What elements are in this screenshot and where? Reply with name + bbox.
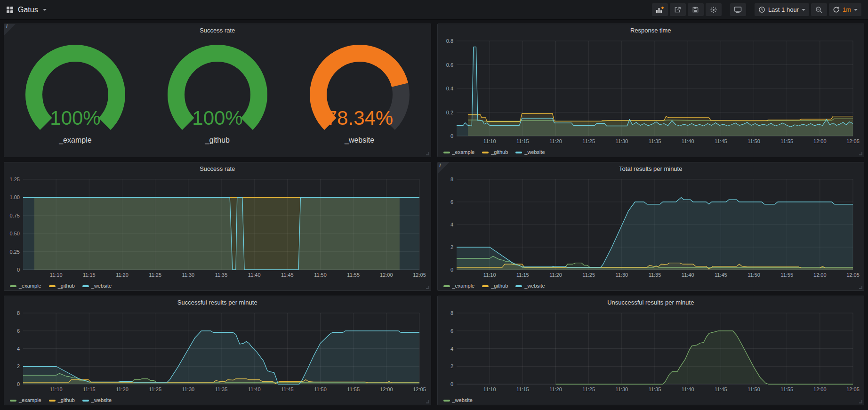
chart-legend: _website xyxy=(443,397,473,403)
legend-item[interactable]: _example xyxy=(443,149,475,155)
time-series-chart[interactable]: 0246811:1011:1511:2011:2511:3011:3511:40… xyxy=(441,176,860,278)
svg-text:11:50: 11:50 xyxy=(747,138,760,144)
chart-legend: _example_github_website xyxy=(443,283,545,289)
svg-text:12:00: 12:00 xyxy=(813,138,827,144)
panel-resize-handle[interactable] xyxy=(426,286,429,289)
legend-item[interactable]: _github xyxy=(482,283,508,289)
add-panel-icon xyxy=(656,6,664,13)
time-series-chart[interactable]: 00.250.500.751.001.2511:1011:1511:2011:2… xyxy=(7,176,427,278)
panel-resize-handle[interactable] xyxy=(859,400,862,403)
svg-text:11:50: 11:50 xyxy=(747,386,760,392)
svg-text:2: 2 xyxy=(450,363,453,369)
legend-item[interactable]: _website xyxy=(443,397,473,403)
svg-text:11:10: 11:10 xyxy=(50,386,63,392)
tv-mode-button[interactable] xyxy=(730,3,746,16)
svg-text:2: 2 xyxy=(450,244,453,250)
dashboard-caret-icon[interactable] xyxy=(43,9,47,11)
svg-text:11:50: 11:50 xyxy=(314,386,327,392)
panel-response-time: Response time 00.20.40.60.811:1011:1511:… xyxy=(437,24,865,157)
gauge: 78.34%_website xyxy=(289,43,430,145)
svg-text:11:35: 11:35 xyxy=(648,272,661,278)
panel-resize-handle[interactable] xyxy=(426,152,429,155)
legend-item[interactable]: _example xyxy=(10,397,41,403)
panel-title[interactable]: Unsuccessful results per minute xyxy=(438,296,864,309)
time-series-chart[interactable]: 0246811:1011:1511:2011:2511:3011:3511:40… xyxy=(441,309,860,393)
refresh-button[interactable]: 1m xyxy=(829,3,861,16)
time-series-chart[interactable]: 0246811:1011:1511:2011:2511:3011:3511:40… xyxy=(7,309,427,393)
gauge-row: 100%_example100%_github78.34%_website xyxy=(4,37,431,145)
svg-text:11:40: 11:40 xyxy=(681,272,694,278)
svg-text:11:50: 11:50 xyxy=(747,272,760,278)
time-series-chart[interactable]: 00.20.40.60.811:1011:1511:2011:2511:3011… xyxy=(441,37,860,145)
refresh-caret-icon xyxy=(854,9,858,11)
dashboard-grid: i Success rate 100%_example100%_github78… xyxy=(0,20,868,409)
legend-item[interactable]: _example xyxy=(443,283,475,289)
legend-item[interactable]: _website xyxy=(82,283,112,289)
svg-text:11:35: 11:35 xyxy=(215,386,228,392)
svg-text:8: 8 xyxy=(450,310,453,316)
svg-text:0: 0 xyxy=(450,133,453,139)
svg-text:1.00: 1.00 xyxy=(10,194,20,200)
dashboard-title[interactable]: Gatus xyxy=(18,6,38,14)
refresh-icon xyxy=(833,6,840,13)
svg-text:6: 6 xyxy=(450,199,453,205)
svg-text:11:30: 11:30 xyxy=(182,386,194,392)
zoom-out-button[interactable] xyxy=(811,3,827,16)
panel-title[interactable]: Total results per minute xyxy=(438,162,864,176)
panel-success-rate-timeseries: Success rate 00.250.500.751.001.2511:101… xyxy=(4,162,431,291)
panel-title[interactable]: Success rate xyxy=(4,24,431,37)
panel-info-icon[interactable]: i xyxy=(438,162,449,174)
svg-text:11:15: 11:15 xyxy=(83,386,96,392)
svg-text:0: 0 xyxy=(450,381,453,387)
time-picker-button[interactable]: Last 1 hour xyxy=(755,3,809,16)
svg-text:11:55: 11:55 xyxy=(780,272,793,278)
svg-text:11:40: 11:40 xyxy=(248,386,261,392)
legend-item[interactable]: _github xyxy=(49,397,75,403)
monitor-icon xyxy=(734,6,742,13)
panel-resize-handle[interactable] xyxy=(426,400,429,403)
svg-text:6: 6 xyxy=(17,328,20,334)
svg-text:12:05: 12:05 xyxy=(846,272,860,278)
svg-text:4: 4 xyxy=(17,346,20,352)
add-panel-button[interactable] xyxy=(652,3,668,16)
save-button[interactable] xyxy=(688,3,704,16)
svg-text:4: 4 xyxy=(450,222,453,227)
panel-title[interactable]: Successful results per minute xyxy=(4,296,431,309)
gear-icon xyxy=(710,6,717,14)
panel-title[interactable]: Success rate xyxy=(4,162,431,176)
svg-text:2: 2 xyxy=(17,363,20,369)
svg-text:11:20: 11:20 xyxy=(549,386,562,392)
zoom-out-icon xyxy=(815,6,823,14)
panel-title[interactable]: Response time xyxy=(438,24,864,37)
svg-text:11:10: 11:10 xyxy=(483,386,496,392)
navbar: Gatus xyxy=(0,0,868,20)
panel-resize-handle[interactable] xyxy=(859,152,862,155)
svg-text:11:10: 11:10 xyxy=(483,138,496,144)
share-button[interactable] xyxy=(670,3,686,16)
svg-text:12:00: 12:00 xyxy=(813,386,827,392)
svg-text:8: 8 xyxy=(450,177,453,182)
legend-item[interactable]: _website xyxy=(515,283,545,289)
svg-text:11:55: 11:55 xyxy=(780,138,793,144)
legend-item[interactable]: _example xyxy=(10,283,41,289)
panel-info-icon[interactable]: i xyxy=(4,24,16,35)
legend-item[interactable]: _github xyxy=(482,149,508,155)
refresh-interval-label: 1m xyxy=(843,6,851,13)
svg-text:0: 0 xyxy=(17,381,20,387)
svg-text:0.6: 0.6 xyxy=(446,62,453,68)
svg-text:11:40: 11:40 xyxy=(248,272,261,278)
legend-item[interactable]: _website xyxy=(82,397,112,403)
svg-text:0.4: 0.4 xyxy=(446,86,453,91)
svg-text:11:25: 11:25 xyxy=(149,386,161,392)
chart-legend: _example_github_website xyxy=(10,397,112,403)
svg-text:11:55: 11:55 xyxy=(347,386,360,392)
legend-item[interactable]: _website xyxy=(515,149,545,155)
settings-button[interactable] xyxy=(706,3,722,16)
legend-item[interactable]: _github xyxy=(49,283,75,289)
apps-menu-icon[interactable] xyxy=(7,7,13,13)
svg-text:78.34%: 78.34% xyxy=(326,107,393,129)
svg-text:11:45: 11:45 xyxy=(714,386,727,392)
panel-resize-handle[interactable] xyxy=(859,286,862,289)
svg-text:11:10: 11:10 xyxy=(50,272,63,278)
svg-text:11:45: 11:45 xyxy=(281,272,294,278)
